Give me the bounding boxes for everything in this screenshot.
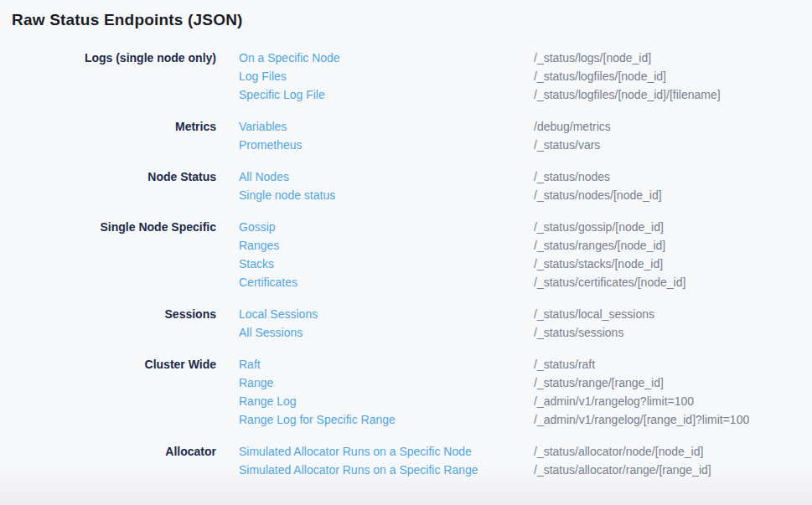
category-label: Sessions [12,305,216,342]
endpoint-row: On a Specific Node/_status/logs/[node_id… [239,49,721,67]
endpoint-link[interactable]: Single node status [239,186,534,204]
endpoint-group: Single Node SpecificGossip/_status/gossi… [12,218,800,291]
endpoint-link[interactable]: All Nodes [239,167,534,186]
endpoint-entry-list: Simulated Allocator Runs on a Specific N… [239,442,711,479]
endpoint-row: Gossip/_status/gossip/[node_id] [239,218,685,236]
endpoint-path: /_status/certificates/[node_id] [534,273,685,291]
endpoint-row: Certificates/_status/certificates/[node_… [239,273,685,291]
endpoint-row: Simulated Allocator Runs on a Specific R… [239,461,711,479]
endpoint-row: Range Log/_admin/v1/rangelog?limit=100 [239,392,749,410]
endpoint-path: /_status/nodes [534,167,610,186]
endpoint-row: All Nodes/_status/nodes [239,167,662,186]
category-label: Metrics [12,117,216,154]
endpoint-row: Stacks/_status/stacks/[node_id] [239,255,685,273]
endpoint-entry-list: On a Specific Node/_status/logs/[node_id… [239,49,721,104]
endpoint-link[interactable]: Local Sessions [239,305,534,323]
endpoint-entry-list: Local Sessions/_status/local_sessionsAll… [239,305,654,342]
endpoint-entry-list: Variables/debug/metricsPrometheus/_statu… [239,117,611,154]
endpoint-path: /_status/logfiles/[node_id]/[filename] [534,85,721,104]
endpoint-path: /_status/logfiles/[node_id] [534,67,666,85]
endpoint-link[interactable]: Variables [239,117,534,136]
endpoint-link[interactable]: All Sessions [239,323,534,342]
endpoint-path: /debug/metrics [534,117,611,136]
debug-page: Raw Status Endpoints (JSON) Logs (single… [0,0,812,479]
endpoint-link[interactable]: Range Log for Specific Range [239,410,534,429]
endpoint-link[interactable]: Specific Log File [239,85,534,104]
endpoint-row: Single node status/_status/nodes/[node_i… [239,186,662,204]
endpoint-link[interactable]: Raft [239,355,534,374]
endpoint-entry-list: All Nodes/_status/nodesSingle node statu… [239,167,662,204]
endpoint-link[interactable]: Simulated Allocator Runs on a Specific N… [239,442,534,461]
endpoint-path: /_status/logs/[node_id] [534,49,651,67]
endpoint-link[interactable]: On a Specific Node [239,49,534,67]
category-label: Cluster Wide [12,355,216,429]
endpoint-link[interactable]: Stacks [239,255,534,273]
endpoint-link[interactable]: Simulated Allocator Runs on a Specific R… [239,461,534,479]
endpoint-group: SessionsLocal Sessions/_status/local_ses… [12,305,800,342]
endpoint-entry-list: Raft/_status/raftRange/_status/range/[ra… [239,355,749,429]
endpoint-link[interactable]: Range [239,374,534,392]
endpoint-group: Logs (single node only)On a Specific Nod… [12,49,800,104]
endpoint-path: /_status/stacks/[node_id] [534,255,663,273]
page-title: Raw Status Endpoints (JSON) [12,10,800,30]
endpoint-row: Ranges/_status/ranges/[node_id] [239,236,685,255]
endpoint-link[interactable]: Range Log [239,392,534,410]
category-label: Allocator [12,442,216,479]
endpoint-row: All Sessions/_status/sessions [239,323,654,342]
endpoint-path: /_status/raft [534,355,595,374]
endpoint-path: /_status/vars [534,136,600,154]
endpoint-path: /_status/allocator/range/[range_id] [534,461,711,479]
endpoint-group: MetricsVariables/debug/metricsPrometheus… [12,117,800,154]
endpoint-entry-list: Gossip/_status/gossip/[node_id]Ranges/_s… [239,218,685,291]
category-label: Node Status [12,167,216,204]
endpoint-group: Cluster WideRaft/_status/raftRange/_stat… [12,355,800,429]
endpoint-link[interactable]: Log Files [239,67,534,85]
endpoint-link[interactable]: Gossip [239,218,534,236]
endpoint-row: Log Files/_status/logfiles/[node_id] [239,67,721,85]
endpoint-row: Range/_status/range/[range_id] [239,374,749,392]
endpoint-path: /_status/allocator/node/[node_id] [534,442,703,461]
endpoint-row: Simulated Allocator Runs on a Specific N… [239,442,711,461]
endpoint-row: Variables/debug/metrics [239,117,611,136]
endpoint-groups: Logs (single node only)On a Specific Nod… [12,49,800,479]
category-label: Logs (single node only) [12,49,216,104]
endpoint-path: /_status/ranges/[node_id] [534,236,665,255]
endpoint-link[interactable]: Ranges [239,236,534,255]
endpoint-row: Specific Log File/_status/logfiles/[node… [239,85,721,104]
endpoint-row: Prometheus/_status/vars [239,136,611,154]
endpoint-path: /_status/range/[range_id] [534,374,664,392]
endpoint-row: Local Sessions/_status/local_sessions [239,305,654,323]
category-label: Single Node Specific [12,218,216,291]
endpoint-path: /_admin/v1/rangelog/[range_id]?limit=100 [534,410,749,429]
endpoint-link[interactable]: Certificates [239,273,534,291]
endpoint-group: AllocatorSimulated Allocator Runs on a S… [12,442,800,479]
endpoint-path: /_status/sessions [534,323,623,342]
endpoint-path: /_status/local_sessions [534,305,654,323]
endpoint-path: /_admin/v1/rangelog?limit=100 [534,392,694,410]
endpoint-row: Raft/_status/raft [239,355,749,374]
endpoint-group: Node StatusAll Nodes/_status/nodesSingle… [12,167,800,204]
endpoint-path: /_status/nodes/[node_id] [534,186,662,204]
endpoint-row: Range Log for Specific Range/_admin/v1/r… [239,410,749,429]
endpoint-path: /_status/gossip/[node_id] [534,218,664,236]
endpoint-link[interactable]: Prometheus [239,136,534,154]
